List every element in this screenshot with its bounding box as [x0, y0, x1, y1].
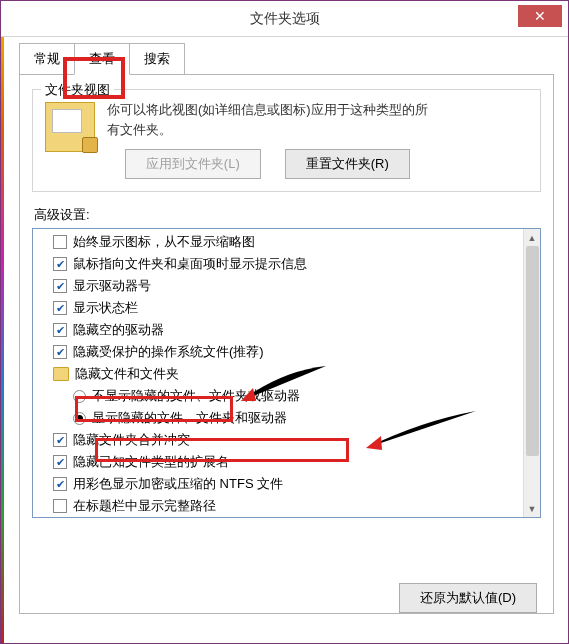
checkbox-icon[interactable]	[53, 455, 67, 469]
advanced-settings-tree[interactable]: 始终显示图标，从不显示缩略图鼠标指向文件夹和桌面项时显示提示信息显示驱动器号显示…	[32, 228, 541, 518]
advanced-settings-label: 高级设置:	[34, 206, 541, 224]
folder-view-description: 你可以将此视图(如详细信息或图标)应用于这种类型的所 有文件夹。 应用到文件夹(…	[107, 100, 428, 179]
scrollbar[interactable]: ▲ ▼	[523, 229, 540, 517]
tab-general[interactable]: 常规	[19, 43, 75, 75]
tree-item-3[interactable]: 显示状态栏	[39, 297, 540, 319]
tab-search[interactable]: 搜索	[129, 43, 185, 75]
reset-folders-button[interactable]: 重置文件夹(R)	[285, 149, 410, 179]
tree-item-5[interactable]: 隐藏受保护的操作系统文件(推荐)	[39, 341, 540, 363]
tab-strip: 常规 查看 搜索	[19, 43, 568, 75]
apply-to-folders-button: 应用到文件夹(L)	[125, 149, 261, 179]
tree-item-label: 始终显示图标，从不显示缩略图	[73, 233, 255, 251]
tab-panel-view: 文件夹视图 你可以将此视图(如详细信息或图标)应用于这种类型的所 有文件夹。 应…	[19, 74, 554, 614]
folder-options-window: 文件夹选项 ✕ 常规 查看 搜索 文件夹视图 你可以将此视图(如详细信息或图标)…	[0, 0, 569, 644]
radio-icon[interactable]	[73, 412, 86, 425]
tree-item-label: 在标题栏中显示完整路径	[73, 497, 216, 515]
scroll-up-icon[interactable]: ▲	[524, 229, 540, 246]
tree-item-label: 用彩色显示加密或压缩的 NTFS 文件	[73, 475, 283, 493]
tab-view[interactable]: 查看	[74, 43, 130, 75]
titlebar: 文件夹选项 ✕	[1, 1, 568, 37]
tree-item-1[interactable]: 鼠标指向文件夹和桌面项时显示提示信息	[39, 253, 540, 275]
checkbox-icon[interactable]	[53, 323, 67, 337]
tree-item-12[interactable]: 在标题栏中显示完整路径	[39, 495, 540, 517]
tree-item-13[interactable]: 在单独的进程中打开文件夹窗口	[39, 517, 540, 518]
checkbox-icon[interactable]	[53, 433, 67, 447]
checkbox-icon[interactable]	[53, 477, 67, 491]
tree-item-label: 显示隐藏的文件、文件夹和驱动器	[92, 409, 287, 427]
window-title: 文件夹选项	[250, 10, 320, 28]
checkbox-icon[interactable]	[53, 301, 67, 315]
tree-item-label: 隐藏已知文件类型的扩展名	[73, 453, 229, 471]
tree-item-label: 隐藏文件和文件夹	[75, 365, 179, 383]
tree-item-6[interactable]: 隐藏文件和文件夹	[39, 363, 540, 385]
folder-view-group: 文件夹视图 你可以将此视图(如详细信息或图标)应用于这种类型的所 有文件夹。 应…	[32, 89, 541, 192]
tree-item-label: 显示驱动器号	[73, 277, 151, 295]
tree-item-8[interactable]: 显示隐藏的文件、文件夹和驱动器	[39, 407, 540, 429]
folder-icon	[45, 102, 95, 152]
close-icon: ✕	[534, 8, 546, 24]
close-button[interactable]: ✕	[518, 5, 562, 27]
checkbox-icon[interactable]	[53, 499, 67, 513]
scroll-thumb[interactable]	[526, 246, 539, 456]
tree-item-0[interactable]: 始终显示图标，从不显示缩略图	[39, 231, 540, 253]
tree-item-7[interactable]: 不显示隐藏的文件、文件夹或驱动器	[39, 385, 540, 407]
folder-node-icon	[53, 367, 69, 381]
left-accent-stripe	[1, 1, 4, 643]
restore-defaults-button[interactable]: 还原为默认值(D)	[399, 583, 537, 613]
tree-item-label: 隐藏受保护的操作系统文件(推荐)	[73, 343, 264, 361]
checkbox-icon[interactable]	[53, 257, 67, 271]
tree-item-label: 显示状态栏	[73, 299, 138, 317]
folder-view-group-title: 文件夹视图	[41, 81, 114, 99]
tree-item-label: 隐藏文件夹合并冲突	[73, 431, 190, 449]
scroll-down-icon[interactable]: ▼	[524, 500, 540, 517]
radio-icon[interactable]	[73, 390, 86, 403]
checkbox-icon[interactable]	[53, 235, 67, 249]
checkbox-icon[interactable]	[53, 279, 67, 293]
tree-item-label: 鼠标指向文件夹和桌面项时显示提示信息	[73, 255, 307, 273]
tree-item-11[interactable]: 用彩色显示加密或压缩的 NTFS 文件	[39, 473, 540, 495]
tree-item-2[interactable]: 显示驱动器号	[39, 275, 540, 297]
tree-item-10[interactable]: 隐藏已知文件类型的扩展名	[39, 451, 540, 473]
tree-item-9[interactable]: 隐藏文件夹合并冲突	[39, 429, 540, 451]
tree-item-4[interactable]: 隐藏空的驱动器	[39, 319, 540, 341]
tree-item-label: 隐藏空的驱动器	[73, 321, 164, 339]
tree-item-label: 不显示隐藏的文件、文件夹或驱动器	[92, 387, 300, 405]
checkbox-icon[interactable]	[53, 345, 67, 359]
